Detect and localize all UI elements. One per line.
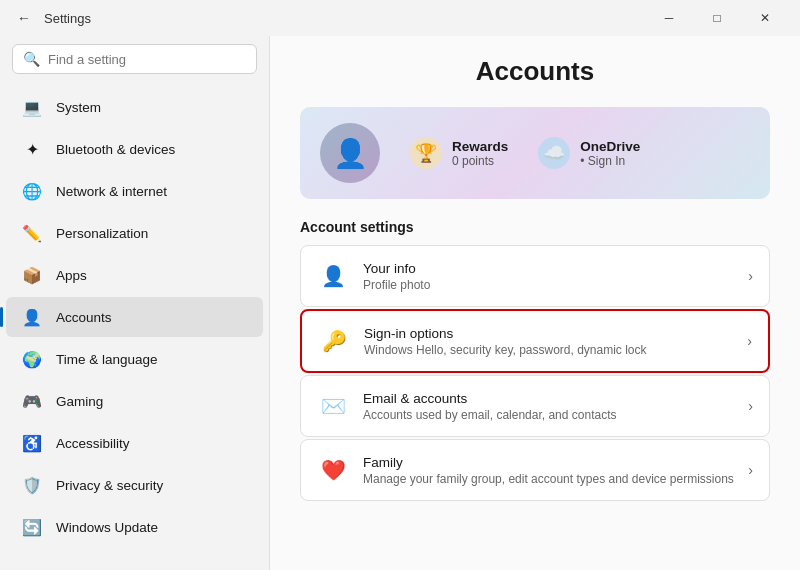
sidebar-item-network[interactable]: 🌐 Network & internet	[6, 171, 263, 211]
sidebar-item-label: Privacy & security	[56, 478, 163, 493]
windows-update-icon: 🔄	[22, 517, 42, 537]
sign-in-icon: 🔑	[318, 325, 350, 357]
rewards-icon: 🏆	[410, 137, 442, 169]
gaming-icon: 🎮	[22, 391, 42, 411]
chevron-right-icon: ›	[748, 268, 753, 284]
chevron-right-icon: ›	[747, 333, 752, 349]
maximize-button[interactable]: □	[694, 4, 740, 32]
sidebar-item-gaming[interactable]: 🎮 Gaming	[6, 381, 263, 421]
sidebar-item-apps[interactable]: 📦 Apps	[6, 255, 263, 295]
sidebar-item-label: Network & internet	[56, 184, 167, 199]
accounts-icon: 👤	[22, 307, 42, 327]
sidebar-item-label: Time & language	[56, 352, 158, 367]
search-input[interactable]	[48, 52, 246, 67]
back-button[interactable]: ←	[12, 6, 36, 30]
your-info-subtitle: Profile photo	[363, 278, 734, 292]
sidebar-item-label: Accessibility	[56, 436, 130, 451]
sign-in-title: Sign-in options	[364, 326, 733, 341]
rewards-subtitle: 0 points	[452, 154, 508, 168]
profile-info: 🏆 Rewards 0 points ☁️ OneDrive • Sign In	[410, 137, 640, 169]
rewards-item[interactable]: 🏆 Rewards 0 points	[410, 137, 508, 169]
system-icon: 💻	[22, 97, 42, 117]
rewards-title: Rewards	[452, 139, 508, 154]
content-area: Accounts 👤 🏆 Rewards 0 points ☁️ OneDriv…	[270, 36, 800, 570]
sign-in-subtitle: Windows Hello, security key, password, d…	[364, 343, 733, 357]
family-icon: ❤️	[317, 454, 349, 486]
sidebar-item-label: Gaming	[56, 394, 103, 409]
chevron-right-icon: ›	[748, 398, 753, 414]
sidebar-item-label: Apps	[56, 268, 87, 283]
email-subtitle: Accounts used by email, calendar, and co…	[363, 408, 734, 422]
sidebar-item-label: Bluetooth & devices	[56, 142, 175, 157]
sidebar-item-label: Accounts	[56, 310, 112, 325]
profile-banner: 👤 🏆 Rewards 0 points ☁️ OneDrive • Sign …	[300, 107, 770, 199]
email-icon: ✉️	[317, 390, 349, 422]
search-box[interactable]: 🔍	[12, 44, 257, 74]
page-title: Accounts	[300, 56, 770, 87]
chevron-right-icon: ›	[748, 462, 753, 478]
family-title: Family	[363, 455, 734, 470]
sidebar-item-personalization[interactable]: ✏️ Personalization	[6, 213, 263, 253]
onedrive-icon: ☁️	[538, 137, 570, 169]
network-icon: 🌐	[22, 181, 42, 201]
section-title: Account settings	[300, 219, 770, 235]
onedrive-item[interactable]: ☁️ OneDrive • Sign In	[538, 137, 640, 169]
sidebar: 🔍 💻 System ✦ Bluetooth & devices 🌐 Netwo…	[0, 36, 270, 570]
bluetooth-icon: ✦	[22, 139, 42, 159]
family-item[interactable]: ❤️ Family Manage your family group, edit…	[300, 439, 770, 501]
sidebar-item-label: Windows Update	[56, 520, 158, 535]
your-info-title: Your info	[363, 261, 734, 276]
main-layout: 🔍 💻 System ✦ Bluetooth & devices 🌐 Netwo…	[0, 36, 800, 570]
onedrive-title: OneDrive	[580, 139, 640, 154]
sidebar-item-accessibility[interactable]: ♿ Accessibility	[6, 423, 263, 463]
apps-icon: 📦	[22, 265, 42, 285]
privacy-icon: 🛡️	[22, 475, 42, 495]
sidebar-item-label: Personalization	[56, 226, 148, 241]
sidebar-item-system[interactable]: 💻 System	[6, 87, 263, 127]
sidebar-item-windows-update[interactable]: 🔄 Windows Update	[6, 507, 263, 547]
sidebar-item-bluetooth[interactable]: ✦ Bluetooth & devices	[6, 129, 263, 169]
sidebar-item-time[interactable]: 🌍 Time & language	[6, 339, 263, 379]
close-button[interactable]: ✕	[742, 4, 788, 32]
avatar: 👤	[320, 123, 380, 183]
time-icon: 🌍	[22, 349, 42, 369]
accessibility-icon: ♿	[22, 433, 42, 453]
sidebar-item-privacy[interactable]: 🛡️ Privacy & security	[6, 465, 263, 505]
sidebar-item-accounts[interactable]: 👤 Accounts	[6, 297, 263, 337]
titlebar-controls: ─ □ ✕	[646, 4, 788, 32]
your-info-icon: 👤	[317, 260, 349, 292]
minimize-button[interactable]: ─	[646, 4, 692, 32]
settings-list: 👤 Your info Profile photo › 🔑 Sign-in op…	[300, 245, 770, 501]
onedrive-subtitle: • Sign In	[580, 154, 640, 168]
titlebar: ← Settings ─ □ ✕	[0, 0, 800, 36]
email-accounts-item[interactable]: ✉️ Email & accounts Accounts used by ema…	[300, 375, 770, 437]
family-subtitle: Manage your family group, edit account t…	[363, 472, 734, 486]
email-title: Email & accounts	[363, 391, 734, 406]
sidebar-item-label: System	[56, 100, 101, 115]
your-info-item[interactable]: 👤 Your info Profile photo ›	[300, 245, 770, 307]
search-icon: 🔍	[23, 51, 40, 67]
personalization-icon: ✏️	[22, 223, 42, 243]
titlebar-title: Settings	[44, 11, 91, 26]
sign-in-options-item[interactable]: 🔑 Sign-in options Windows Hello, securit…	[300, 309, 770, 373]
